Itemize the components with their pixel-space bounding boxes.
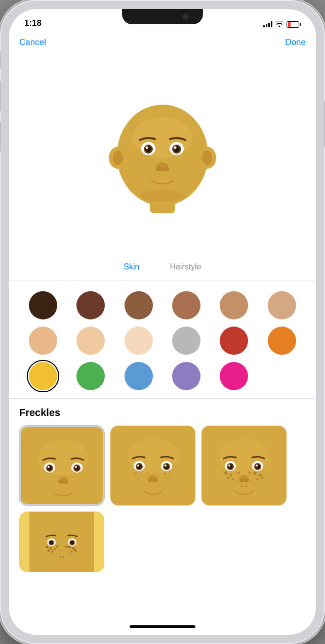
- color-option[interactable]: [172, 291, 200, 319]
- svg-point-14: [174, 146, 177, 149]
- svg-point-5: [202, 151, 212, 165]
- svg-point-49: [137, 477, 139, 479]
- freckles-area: Freckles: [9, 399, 316, 618]
- svg-point-101: [59, 556, 61, 558]
- color-option[interactable]: [76, 291, 105, 319]
- color-option[interactable]: [172, 362, 200, 390]
- svg-point-65: [256, 465, 258, 467]
- svg-point-76: [256, 478, 258, 480]
- freckles-grid: [19, 426, 306, 505]
- signal-bar-3: [268, 23, 270, 27]
- freckle-option-light[interactable]: [110, 426, 195, 505]
- silent-switch[interactable]: [0, 51, 1, 69]
- color-option-empty: [268, 362, 296, 390]
- svg-point-73: [254, 472, 257, 475]
- freckle-option-none[interactable]: [19, 426, 104, 505]
- battery-icon: [287, 21, 301, 28]
- signal-bar-4: [271, 21, 272, 27]
- svg-point-31: [58, 480, 63, 484]
- color-option[interactable]: [125, 291, 153, 319]
- color-grid-area: [9, 281, 316, 399]
- color-option-selected[interactable]: [29, 362, 57, 390]
- svg-point-74: [259, 474, 262, 477]
- svg-point-98: [74, 548, 76, 550]
- svg-point-99: [56, 545, 59, 548]
- svg-point-89: [46, 545, 48, 548]
- volume-down-button[interactable]: [0, 121, 1, 152]
- svg-point-78: [249, 472, 251, 474]
- color-row-3: [19, 362, 306, 390]
- svg-point-97: [71, 551, 73, 553]
- color-row-2: [19, 327, 306, 355]
- svg-point-39: [137, 465, 139, 467]
- color-option[interactable]: [268, 291, 296, 319]
- color-option[interactable]: [125, 362, 153, 390]
- color-option[interactable]: [172, 327, 200, 355]
- home-indicator[interactable]: [9, 618, 316, 635]
- color-option[interactable]: [29, 291, 57, 319]
- svg-point-75: [261, 477, 264, 479]
- avatar-preview-area: [9, 54, 316, 256]
- cancel-button[interactable]: Cancel: [19, 37, 46, 48]
- color-option[interactable]: [220, 327, 248, 355]
- svg-point-51: [169, 475, 171, 477]
- svg-point-82: [35, 516, 89, 572]
- front-camera: [183, 14, 189, 20]
- svg-point-68: [244, 478, 249, 482]
- svg-point-88: [70, 541, 74, 544]
- tab-skin[interactable]: Skin: [124, 262, 139, 273]
- color-row-1: [19, 291, 306, 319]
- svg-point-54: [156, 473, 158, 475]
- done-button[interactable]: Done: [285, 37, 306, 48]
- svg-point-25: [48, 466, 50, 468]
- phone-screen: 1:18: [9, 9, 316, 635]
- freckle-option-heavy[interactable]: [19, 512, 104, 572]
- tabs-area: Skin Hairstyle: [9, 256, 316, 281]
- svg-point-43: [165, 465, 167, 467]
- freckle-option-medium[interactable]: [201, 426, 287, 505]
- svg-point-1: [132, 117, 193, 158]
- color-option[interactable]: [220, 291, 248, 319]
- svg-point-93: [54, 548, 56, 550]
- volume-up-button[interactable]: [0, 81, 1, 111]
- svg-rect-6: [150, 201, 175, 213]
- svg-point-47: [135, 473, 137, 476]
- svg-point-32: [63, 480, 68, 484]
- svg-point-94: [68, 545, 71, 548]
- tab-hairstyle[interactable]: Hairstyle: [170, 262, 201, 273]
- notch: [122, 9, 203, 24]
- color-option[interactable]: [76, 327, 105, 355]
- color-option[interactable]: [220, 362, 248, 390]
- svg-point-48: [140, 475, 142, 477]
- signal-bar-1: [263, 25, 265, 27]
- svg-point-92: [52, 551, 54, 553]
- svg-point-70: [230, 474, 232, 477]
- freckles-title: Freckles: [19, 407, 306, 419]
- phone-frame: 1:18: [0, 0, 325, 644]
- svg-point-10: [146, 146, 148, 149]
- svg-point-61: [228, 465, 230, 467]
- home-bar: [130, 625, 195, 628]
- status-icons: [263, 20, 301, 28]
- freckles-bottom-row: [19, 512, 306, 572]
- color-option[interactable]: [268, 327, 296, 355]
- color-option[interactable]: [125, 327, 153, 355]
- navigation-bar: Cancel Done: [9, 31, 316, 54]
- status-time: 1:18: [24, 18, 42, 28]
- color-option[interactable]: [29, 327, 57, 355]
- svg-point-18: [140, 190, 185, 202]
- svg-point-77: [237, 472, 240, 474]
- svg-point-69: [224, 472, 227, 475]
- svg-point-91: [48, 549, 50, 552]
- color-option[interactable]: [76, 362, 105, 390]
- svg-point-102: [62, 556, 64, 558]
- svg-point-71: [227, 477, 229, 479]
- svg-point-85: [50, 541, 53, 544]
- wifi-icon: [275, 20, 283, 28]
- memoji-avatar: [107, 97, 218, 213]
- svg-point-100: [65, 545, 68, 548]
- svg-point-45: [148, 478, 153, 482]
- svg-point-46: [153, 478, 158, 482]
- svg-point-50: [164, 473, 167, 476]
- signal-bar-2: [266, 24, 267, 27]
